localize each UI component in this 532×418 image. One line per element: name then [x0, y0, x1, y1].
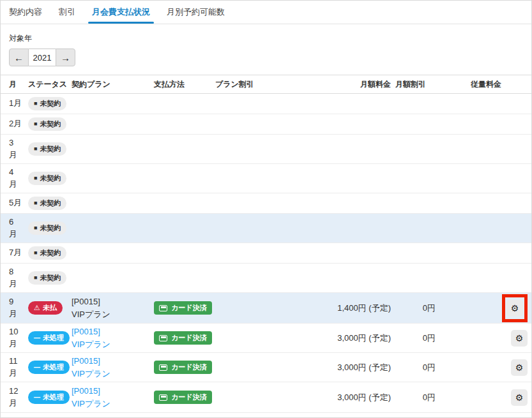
payment-method-badge: カード決済 — [154, 391, 212, 404]
payment-method-label: カード決済 — [171, 362, 207, 372]
table-header-row: 月ステータス契約プラン支払方法プラン割引月額料金月額割引従量料金 — [1, 75, 532, 94]
plan-code: [P0015] — [72, 295, 154, 308]
year-next-button[interactable]: → — [56, 49, 75, 66]
gear-button[interactable]: ⚙ — [511, 359, 528, 376]
month-label: 9 月 — [9, 297, 17, 318]
tab-contract-content[interactable]: 契約内容 — [5, 1, 46, 24]
monthly-discount-value: 0円 — [391, 324, 439, 353]
table-row-month-9: 9 月⚠未払[P0015]VIPプランカード決済1,400円 (予定)0円⚙ — [1, 293, 532, 324]
status-badge-not-contracted: ■未契約 — [28, 271, 66, 285]
table-body: 1月■未契約2月■未契約3 月■未契約4 月■未契約5月■未契約6 月■未契約7… — [1, 94, 532, 413]
status-badge-not-contracted: ■未契約 — [28, 221, 66, 235]
table-row-month-4: 4 月■未契約 — [1, 164, 532, 193]
status-label: 未契約 — [40, 144, 61, 154]
column-header-usage_fee: 従量料金 — [439, 75, 503, 94]
tab-monthly-fee-payment-status[interactable]: 月会費支払状況 — [88, 1, 154, 24]
status-label: 未処理 — [43, 392, 64, 402]
square-icon: ■ — [34, 200, 37, 206]
table-row-month-10: 10 月—未処理[P0015]VIPプランカード決済3,000円 (予定)0円⚙ — [1, 324, 532, 353]
table-row-month-6: 6 月■未契約 — [1, 214, 532, 243]
warning-icon: ⚠ — [34, 304, 40, 311]
tab-monthly-reservable-count[interactable]: 月別予約可能数 — [163, 1, 229, 24]
target-year-label: 対象年 — [9, 33, 523, 44]
status-badge-not-contracted: ■未契約 — [28, 117, 66, 131]
column-header-status: ステータス — [28, 75, 72, 94]
month-label: 6 月 — [9, 217, 17, 239]
status-label: 未契約 — [40, 248, 61, 258]
table-row-month-12: 12 月—未処理[P0015]VIPプランカード決済3,000円 (予定)0円⚙ — [1, 382, 532, 413]
month-label: 3 月 — [9, 138, 17, 160]
gear-button[interactable]: ⚙ — [506, 300, 523, 317]
monthly-discount-value: 0円 — [391, 293, 439, 324]
square-icon: ■ — [34, 146, 37, 152]
plan-code[interactable]: [P0015] — [72, 385, 154, 398]
row-actions: ⚙ — [503, 359, 528, 376]
gear-icon: ⚙ — [515, 393, 524, 402]
payment-method-badge: カード決済 — [154, 301, 212, 315]
payment-method-badge: カード決済 — [154, 361, 212, 374]
status-label: 未契約 — [40, 174, 61, 183]
status-badge-not-contracted: ■未契約 — [28, 97, 66, 110]
credit-card-icon — [159, 335, 167, 341]
year-stepper: ← → — [9, 49, 75, 66]
month-label: 1月 — [9, 98, 22, 108]
status-badge-unprocessed: —未処理 — [28, 391, 70, 404]
monthly-fee-value: 3,000円 (予定) — [279, 353, 391, 382]
year-prev-button[interactable]: ← — [9, 49, 29, 66]
gear-icon: ⚙ — [515, 334, 524, 343]
row-actions: ⚙ — [503, 330, 528, 347]
table-row-month-3: 3 月■未契約 — [1, 135, 532, 164]
plan-code[interactable]: [P0015] — [72, 325, 154, 338]
gear-button[interactable]: ⚙ — [511, 330, 528, 347]
gear-icon: ⚙ — [515, 363, 524, 372]
annotation-highlight: ⚙ — [502, 294, 528, 322]
plan-name[interactable]: VIPプラン — [72, 338, 154, 351]
column-header-month: 月 — [1, 75, 28, 94]
gear-button[interactable]: ⚙ — [511, 389, 528, 406]
payment-method-badge: カード決済 — [154, 331, 212, 345]
table-row-month-8: 8 月■未契約 — [1, 264, 532, 293]
month-label: 12 月 — [9, 386, 18, 408]
status-label: 未契約 — [40, 119, 61, 129]
payment-method-label: カード決済 — [171, 333, 207, 343]
plan-link[interactable]: [P0015]VIPプラン — [72, 385, 154, 410]
status-badge-unpaid: ⚠未払 — [28, 301, 63, 315]
plan-text: [P0015]VIPプラン — [72, 295, 154, 320]
year-input[interactable] — [29, 49, 56, 66]
row-actions: ⚙ — [503, 389, 528, 406]
plan-link[interactable]: [P0015]VIPプラン — [72, 325, 154, 350]
table-row-month-2: 2月■未契約 — [1, 114, 532, 135]
dash-icon: — — [34, 335, 40, 341]
monthly-fee-value: 1,400円 (予定) — [279, 293, 391, 324]
year-selector-section: 対象年 ← → — [1, 24, 531, 75]
status-label: 未処理 — [43, 362, 64, 372]
column-header-actions — [503, 75, 532, 94]
square-icon: ■ — [34, 250, 37, 256]
plan-name[interactable]: VIPプラン — [72, 398, 154, 410]
dash-icon: — — [34, 364, 40, 371]
status-label: 未契約 — [40, 273, 61, 283]
credit-card-icon — [159, 394, 167, 401]
payment-method-label: カード決済 — [171, 392, 207, 402]
status-badge-not-contracted: ■未契約 — [28, 246, 66, 260]
plan-name[interactable]: VIPプラン — [72, 368, 154, 380]
payment-status-table: 月ステータス契約プラン支払方法プラン割引月額料金月額割引従量料金 1月■未契約2… — [1, 75, 532, 413]
monthly-fee-value: 3,000円 (予定) — [279, 324, 391, 353]
plan-code[interactable]: [P0015] — [72, 355, 154, 368]
status-label: 未契約 — [40, 223, 61, 233]
tab-discount[interactable]: 割引 — [55, 1, 79, 24]
monthly-discount-value: 0円 — [391, 382, 439, 413]
month-label: 11 月 — [9, 356, 18, 378]
monthly-discount-value: 0円 — [391, 353, 439, 382]
column-header-monthly_fee: 月額料金 — [279, 75, 391, 94]
plan-link[interactable]: [P0015]VIPプラン — [72, 355, 154, 380]
status-badge-not-contracted: ■未契約 — [28, 197, 66, 210]
monthly-fee-value: 3,000円 (予定) — [279, 382, 391, 413]
credit-card-icon — [159, 364, 167, 371]
status-label: 未契約 — [40, 99, 61, 108]
square-icon: ■ — [34, 225, 37, 231]
month-label: 8 月 — [9, 267, 17, 288]
column-header-payment: 支払方法 — [154, 75, 215, 94]
payment-method-label: カード決済 — [171, 303, 207, 313]
square-icon: ■ — [34, 175, 37, 181]
